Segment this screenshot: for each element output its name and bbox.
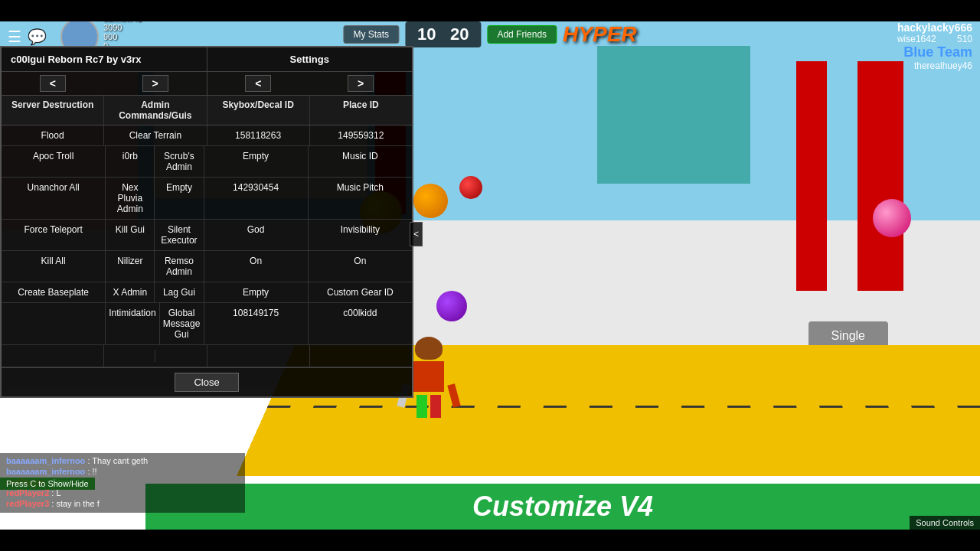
cell-7-1 — [2, 303, 106, 344]
col-headers: Server Destruction Admin Commands/Guis S… — [2, 96, 412, 126]
cell-5-2-wrap: Nilizer Remso Admin — [106, 251, 204, 282]
nav-right-arrow-1[interactable]: > — [142, 75, 168, 92]
gui-header: c00lgui Reborn Rc7 by v3rx Settings — [2, 47, 412, 72]
cell-7-3[interactable]: 108149175 — [204, 303, 309, 344]
gui-nav: < > < > — [2, 72, 412, 96]
close-button[interactable]: Close — [175, 373, 238, 392]
cell-8-4 — [310, 345, 412, 367]
cell-4-4[interactable]: Invisibility — [309, 220, 412, 250]
cell-1-3[interactable]: 158118263 — [207, 126, 310, 145]
character-head — [415, 337, 443, 360]
cell-4-2a[interactable]: Kill Gui — [106, 220, 155, 250]
nav-left-arrow-1[interactable]: < — [40, 75, 66, 92]
cell-3-1[interactable]: Unanchor All — [2, 178, 106, 219]
col-header-4: Place ID — [310, 96, 412, 125]
cell-7-2-wrap: Intimidation Global Message Gui — [106, 303, 204, 344]
cell-1-2[interactable]: Clear Terrain — [104, 126, 207, 145]
gui-title-left: c00lgui Reborn Rc7 by v3rx — [2, 47, 207, 71]
cell-6-4[interactable]: Custom Gear ID — [309, 282, 412, 302]
character-legs — [406, 395, 452, 418]
cell-5-2a[interactable]: Nilizer — [106, 251, 155, 282]
nav-section-2: < > — [207, 72, 413, 95]
cell-6-2a[interactable]: X Admin — [106, 282, 155, 302]
cell-7-4[interactable]: c00lkidd — [309, 303, 412, 344]
cell-3-2b[interactable]: Empty — [155, 178, 203, 219]
cell-4-1[interactable]: Force Teleport — [2, 220, 106, 250]
cell-5-3[interactable]: On — [204, 251, 309, 282]
gui-row-5: Kill All Nilizer Remso Admin On On — [2, 251, 412, 282]
cell-2-2a[interactable]: i0rb — [106, 146, 155, 177]
character-leg-left — [416, 395, 427, 418]
cell-4-3[interactable]: God — [204, 220, 309, 250]
cell-3-2a[interactable]: Nex Pluvia Admin — [106, 178, 155, 219]
cell-8-2b — [155, 350, 203, 362]
col-header-3: Skybox/Decal ID — [207, 96, 310, 125]
lane-dashes — [267, 406, 980, 408]
cell-2-1[interactable]: Apoc Troll — [2, 146, 106, 177]
nav-left-arrow-2[interactable]: < — [245, 75, 271, 92]
chat-line-1: baaaaaam_infernoo : Thay cant geth — [6, 456, 239, 465]
gui-row-1: Flood Clear Terrain 158118263 149559312 — [2, 126, 412, 146]
cell-7-2a[interactable]: Intimidation — [106, 303, 159, 344]
cell-2-3[interactable]: Empty — [204, 146, 309, 177]
character-body — [413, 361, 444, 392]
cell-4-2b[interactable]: Silent Executor — [155, 220, 203, 250]
cell-6-1[interactable]: Create Baseplate — [2, 282, 106, 302]
chat-line-5: redPlayer3 : stay in the f — [6, 499, 239, 508]
teal-structure — [597, 46, 750, 184]
cell-8-1 — [2, 345, 104, 367]
player-score1: 3090 — [103, 23, 144, 32]
sound-controls[interactable]: Sound Controls — [910, 516, 980, 530]
cell-6-2b[interactable]: Lag Gui — [155, 282, 203, 302]
gui-title-right: Settings — [207, 47, 413, 71]
cell-4-2-wrap: Kill Gui Silent Executor — [106, 220, 204, 250]
gui-row-4: Force Teleport Kill Gui Silent Executor … — [2, 220, 412, 251]
nav-right-arrow-2[interactable]: > — [348, 75, 374, 92]
cell-5-1[interactable]: Kill All — [2, 251, 106, 282]
panel-edge-arrow[interactable]: < — [410, 222, 423, 246]
chat-text-2: : !! — [87, 467, 96, 476]
chat-name-5: redPlayer3 — [6, 499, 49, 508]
chat-line-2: baaaaaam_infernoo : !! — [6, 467, 239, 476]
chat-icon[interactable]: 💬 — [28, 28, 47, 46]
ball-red — [459, 176, 482, 199]
cell-3-2-wrap: Nex Pluvia Admin Empty — [106, 178, 204, 219]
gui-row-8 — [2, 345, 412, 367]
gui-row-6: Create Baseplate X Admin Lag Gui Empty C… — [2, 282, 412, 303]
cell-2-4[interactable]: Music ID — [309, 146, 412, 177]
cell-5-4[interactable]: On — [309, 251, 412, 282]
character-leg-right — [430, 395, 441, 418]
chat-text-5: : stay in the f — [51, 499, 99, 508]
gui-panel: c00lgui Reborn Rc7 by v3rx Settings < > … — [0, 46, 413, 398]
bottom-bar — [0, 530, 980, 551]
cell-6-3[interactable]: Empty — [204, 282, 309, 302]
cell-8-3 — [207, 345, 310, 367]
cell-2-2b[interactable]: Scrub's Admin — [155, 146, 203, 177]
gui-footer: Close — [2, 367, 412, 396]
customize-banner: Customize V4 — [145, 484, 980, 530]
player-score2: 900 — [103, 32, 144, 41]
gui-row-7: Intimidation Global Message Gui 10814917… — [2, 303, 412, 345]
col-header-2: Admin Commands/Guis — [104, 96, 207, 125]
customize-text: Customize V4 — [472, 491, 653, 523]
chat-name-2: baaaaaam_infernoo — [6, 467, 85, 476]
top-bar — [0, 0, 980, 21]
hamburger-icon[interactable]: ☰ — [8, 28, 21, 46]
cell-7-2b[interactable]: Global Message Gui — [160, 303, 204, 344]
red-pillar-right — [858, 61, 903, 291]
press-c-hint: Press C to Show/Hide — [0, 478, 95, 490]
ball-orange — [413, 184, 448, 218]
ball-purple — [436, 291, 467, 321]
nav-section-1: < > — [2, 72, 207, 95]
cell-5-2b[interactable]: Remso Admin — [155, 251, 203, 282]
cell-8-2a — [107, 350, 155, 362]
cell-1-1[interactable]: Flood — [2, 126, 104, 145]
chat-text-1: : Thay cant geth — [87, 456, 148, 465]
cell-1-4[interactable]: 149559312 — [310, 126, 412, 145]
gui-row-2: Apoc Troll i0rb Scrub's Admin Empty Musi… — [2, 146, 412, 178]
cell-3-4[interactable]: Music Pitch — [309, 178, 412, 219]
ball-pink — [873, 199, 911, 237]
cell-3-3[interactable]: 142930454 — [204, 178, 309, 219]
cell-2-2-wrap: i0rb Scrub's Admin — [106, 146, 204, 177]
cell-8-2-wrap — [104, 345, 207, 367]
